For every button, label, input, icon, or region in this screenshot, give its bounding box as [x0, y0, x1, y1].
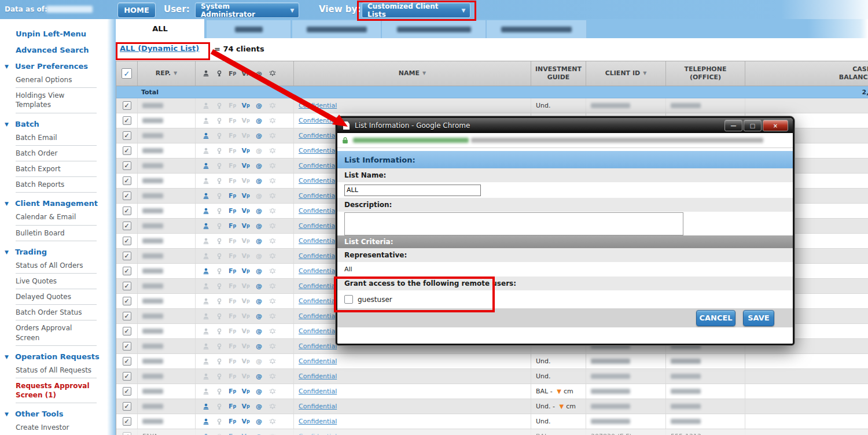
tab-redacted-4[interactable]: [487, 20, 587, 38]
org-person-icon[interactable]: [199, 433, 212, 435]
user-dropdown[interactable]: System Administrator ▼: [195, 2, 299, 18]
address-bar[interactable]: [337, 133, 793, 148]
at-email-icon[interactable]: @: [252, 313, 266, 319]
sidebar-item-unpin-left-menu[interactable]: Unpin Left-Menu: [16, 30, 107, 38]
vp-icon[interactable]: Vp: [239, 268, 252, 274]
confidential-link[interactable]: Confidential: [294, 252, 337, 260]
row-checkbox[interactable]: [123, 237, 131, 245]
dynamic-list-link[interactable]: ALL (Dynamic List): [120, 44, 199, 53]
vp-icon[interactable]: Vp: [239, 163, 252, 169]
vp-icon[interactable]: Vp: [239, 418, 252, 425]
org-person-icon[interactable]: [199, 403, 212, 410]
confidential-link[interactable]: Confidential: [294, 102, 337, 109]
org-person-icon[interactable]: [199, 268, 212, 275]
vp-icon[interactable]: Vp: [239, 403, 252, 410]
sidebar-item-batch-reports[interactable]: Batch Reports: [16, 177, 97, 193]
rep-column-header[interactable]: REP.▼: [138, 61, 196, 86]
confidential-link[interactable]: Confidential: [294, 177, 337, 185]
fp-icon[interactable]: Fp: [226, 403, 239, 410]
sidebar-item-client-management[interactable]: ▼Client Management: [16, 199, 107, 208]
at-email-icon[interactable]: @: [252, 373, 266, 379]
row-checkbox[interactable]: [123, 327, 131, 336]
vp-icon[interactable]: Vp: [239, 223, 252, 229]
row-checkbox[interactable]: [123, 161, 131, 170]
dialog-title-bar[interactable]: List Information - Google Chrome —□×: [337, 118, 793, 133]
at-email-icon[interactable]: @: [252, 343, 266, 349]
confidential-link[interactable]: Confidential: [294, 342, 337, 350]
confidential-link[interactable]: Confidential: [294, 162, 337, 169]
confidential-link[interactable]: Confidential: [294, 297, 337, 305]
sidebar-item-batch-order[interactable]: Batch Order: [16, 146, 97, 161]
at-email-icon[interactable]: @: [252, 268, 266, 274]
description-textarea[interactable]: [344, 212, 683, 235]
vp-icon[interactable]: Vp: [239, 388, 252, 395]
row-checkbox[interactable]: [123, 402, 131, 411]
vp-icon[interactable]: Vp: [239, 208, 252, 214]
tab-redacted-3[interactable]: [382, 20, 486, 38]
org-person-icon[interactable]: [199, 208, 212, 215]
row-checkbox[interactable]: [123, 116, 131, 125]
at-email-icon[interactable]: @: [252, 208, 266, 214]
maximize-button[interactable]: □: [744, 120, 762, 131]
at-email-icon[interactable]: @: [252, 238, 266, 244]
confidential-link[interactable]: Confidential: [294, 388, 337, 395]
sidebar-item-bulletin-board[interactable]: Bulletin Board: [16, 226, 97, 241]
org-person-icon[interactable]: [199, 223, 212, 230]
confidential-link[interactable]: Confidential: [294, 357, 337, 365]
confidential-link[interactable]: Confidential: [294, 282, 337, 290]
org-person-icon[interactable]: [199, 193, 212, 200]
sidebar-item-batch-export[interactable]: Batch Export: [16, 161, 97, 177]
client-id-column-header[interactable]: CLIENT ID▼: [586, 61, 666, 86]
confidential-link[interactable]: Confidential: [294, 418, 337, 425]
confidential-link[interactable]: Confidential: [294, 117, 337, 124]
confidential-link[interactable]: Confidential: [294, 373, 337, 380]
tab-all[interactable]: ALL: [116, 19, 205, 38]
sidebar-item-status-of-all-orders[interactable]: Status of All Orders: [16, 258, 97, 274]
at-email-icon[interactable]: @: [252, 388, 266, 395]
confidential-link[interactable]: Confidential: [294, 222, 337, 230]
fp-icon[interactable]: Fp: [226, 268, 239, 274]
sidebar-item-batch[interactable]: ▼Batch: [16, 120, 107, 128]
confidential-link[interactable]: Confidential: [294, 132, 337, 139]
list-name-input[interactable]: [344, 185, 481, 196]
confidential-link[interactable]: Confidential: [294, 147, 337, 154]
sidebar-item-general-options[interactable]: General Options: [16, 72, 97, 88]
select-all-checkbox[interactable]: [122, 68, 132, 79]
sidebar-item-status-of-all-requests[interactable]: Status of All Requests: [16, 363, 97, 378]
confidential-link[interactable]: Confidential: [294, 403, 337, 410]
at-email-icon[interactable]: @: [252, 283, 266, 289]
org-person-icon[interactable]: [199, 418, 212, 425]
at-email-icon[interactable]: @: [252, 132, 266, 139]
at-email-icon[interactable]: @: [252, 298, 266, 304]
sidebar-item-advanced-search[interactable]: Advanced Search: [16, 46, 107, 54]
confidential-link[interactable]: Confidential: [294, 192, 337, 200]
at-email-icon[interactable]: @: [252, 418, 266, 425]
row-checkbox[interactable]: [123, 312, 131, 320]
sidebar-item-batch-order-status[interactable]: Batch Order Status: [16, 305, 97, 320]
row-checkbox[interactable]: [123, 101, 131, 110]
vp-icon[interactable]: Vp: [239, 148, 252, 154]
confidential-link[interactable]: Confidential: [294, 433, 337, 435]
row-checkbox[interactable]: [123, 267, 131, 275]
at-email-icon[interactable]: @: [252, 117, 266, 124]
sidebar-item-user-preferences[interactable]: ▼User Preferences: [16, 62, 107, 71]
sidebar-item-create-investor[interactable]: Create Investor: [16, 420, 97, 435]
confidential-link[interactable]: Confidential: [294, 312, 337, 320]
confidential-link[interactable]: Confidential: [294, 237, 337, 245]
confidential-link[interactable]: Confidential: [294, 207, 337, 215]
at-email-icon[interactable]: @: [252, 328, 266, 334]
row-checkbox[interactable]: [123, 387, 131, 396]
row-checkbox[interactable]: [123, 297, 131, 305]
tab-redacted-2[interactable]: [292, 20, 381, 38]
row-checkbox[interactable]: [123, 417, 131, 426]
at-email-icon[interactable]: @: [252, 403, 266, 410]
org-person-icon[interactable]: [199, 132, 212, 139]
row-checkbox[interactable]: [123, 342, 131, 351]
name-column-header[interactable]: NAME▼: [294, 61, 531, 86]
row-checkbox[interactable]: [123, 207, 131, 215]
close-button[interactable]: ×: [763, 120, 788, 131]
sidebar-item-orders-approval-screen[interactable]: Orders Approval Screen: [16, 320, 97, 345]
sidebar-item-operation-requests[interactable]: ▼Operation Requests: [16, 352, 107, 361]
org-person-icon[interactable]: [199, 163, 212, 169]
minimize-button[interactable]: —: [724, 120, 742, 131]
